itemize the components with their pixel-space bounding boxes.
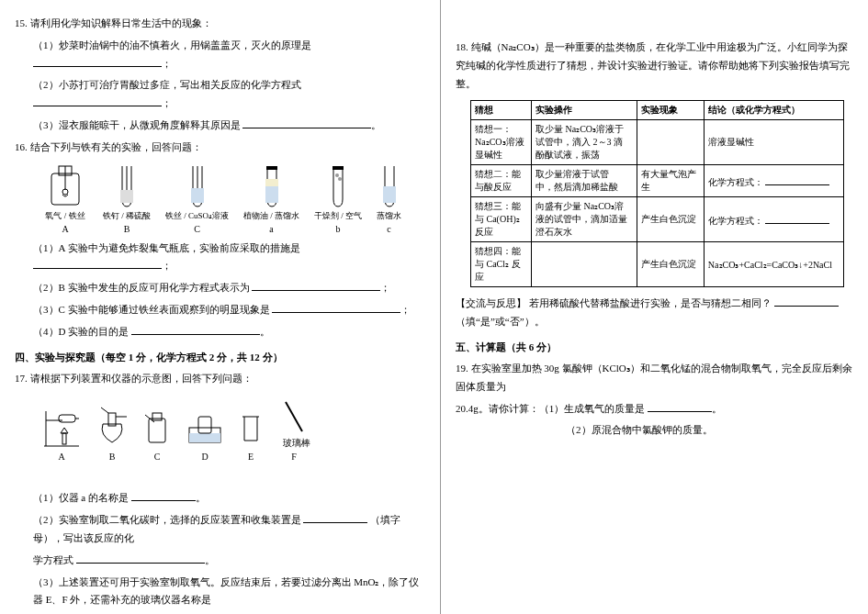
q15-stem: 15. 请利用化学知识解释日常生活中的现象：	[15, 15, 425, 33]
svg-rect-5	[120, 190, 133, 203]
table-row: 猜想四：能 与 CaCl₂ 反 应 产生白色沉淀 Na₂CO₃+CaCl₂=Ca…	[471, 242, 844, 287]
left-column: 15. 请利用化学知识解释日常生活中的现象： （1）炒菜时油锅中的油不慎着火，用…	[0, 0, 441, 614]
svg-point-13	[338, 177, 342, 181]
table-header-row: 猜想 实验操作 实验现象 结论（或化学方程式）	[471, 101, 844, 120]
q18-num: 18.	[456, 41, 468, 52]
test-tube-icon	[115, 162, 139, 210]
svg-rect-24	[149, 419, 165, 442]
cell-concl: Na₂CO₃+CaCl₂=CaCO₃↓+2NaCl	[704, 242, 843, 287]
gas-collect-icon	[143, 406, 171, 450]
section-5-heading: 五、计算题（共 6 分）	[456, 340, 853, 354]
apparatus-q17-C: C	[143, 406, 171, 462]
cell-guess: 猜想四：能 与 CaCl₂ 反 应	[471, 242, 532, 287]
cell-op: 取少量溶液于试管 中，然后滴加稀盐酸	[532, 165, 637, 197]
blank[interactable]	[648, 400, 712, 412]
cell-concl: 溶液显碱性	[704, 120, 843, 165]
blank[interactable]	[272, 301, 400, 313]
test-tube-icon	[378, 162, 401, 210]
water-collect-icon	[186, 406, 224, 450]
cell-ph: 产生白色沉淀	[637, 197, 705, 242]
svg-rect-25	[152, 413, 162, 420]
apparatus-q17-B: B	[96, 406, 129, 462]
cell-op: 向盛有少量 Na₂CO₃溶 液的试管中，滴加适量 澄石灰水	[532, 197, 637, 242]
q18-table: 猜想 实验操作 实验现象 结论（或化学方程式） 猜想一： Na₂CO₃溶液 显碱…	[470, 100, 844, 287]
q17-sub-2b: 学方程式 。	[15, 552, 425, 570]
q18-stem: 18. 纯碱（Na₂CO₃）是一种重要的盐类物质，在化学工业中用途极为广泛。小红…	[456, 39, 853, 93]
q17-num: 17.	[15, 373, 28, 384]
apparatus-q17-E: E	[239, 406, 263, 462]
cell-guess: 猜想二：能 与酸反应	[471, 165, 532, 197]
heating-apparatus-icon	[42, 406, 81, 450]
cell-ph[interactable]	[637, 120, 705, 165]
cell-guess: 猜想三：能 与 Ca(OH)₂ 反应	[471, 197, 532, 242]
cell-op[interactable]	[532, 242, 637, 287]
th-concl: 结论（或化学方程式）	[704, 101, 843, 120]
q17-sub-1: （1）仪器 a 的名称是 。	[15, 489, 425, 508]
th-op: 实验操作	[532, 101, 637, 120]
blank[interactable]	[131, 489, 196, 501]
blank[interactable]	[131, 323, 260, 335]
q15-item-1: （1）炒菜时油锅中的油不慎着火，用锅盖盖灭，灭火的原理是 ；	[15, 37, 425, 73]
flask-icon	[42, 162, 88, 210]
generator-icon	[96, 406, 129, 450]
q19-line3: （2）原混合物中氯酸钾的质量。	[456, 421, 853, 440]
th-guess: 猜想	[471, 101, 532, 120]
cell-ph: 有大量气泡产 生	[637, 165, 705, 197]
cell-concl[interactable]: 化学方程式：	[704, 197, 843, 242]
svg-rect-18	[59, 415, 75, 422]
cell-guess: 猜想一： Na₂CO₃溶液 显碱性	[471, 120, 532, 165]
test-tube-icon	[260, 162, 284, 210]
svg-rect-10	[265, 186, 278, 203]
reflect-label: 【交流与反思】	[456, 297, 526, 308]
q17-sub-3: （3）上述装置还可用于实验室制取氧气。反应结束后，若要过滤分离出 MnO₂，除了…	[15, 574, 425, 610]
q19-num: 19.	[456, 363, 468, 374]
test-tube-icon	[186, 162, 209, 210]
q19-stem: 19. 在实验室里加热 30g 氯酸钾（KClO₃）和二氧化锰的混合物制取氧气，…	[456, 360, 853, 396]
q18-reflect: 【交流与反思】 若用稀硫酸代替稀盐酸进行实验，是否与猜想二相同？ （填“是”或“…	[456, 295, 853, 331]
table-row: 猜想二：能 与酸反应 取少量溶液于试管 中，然后滴加稀盐酸 有大量气泡产 生 化…	[471, 165, 844, 197]
svg-rect-28	[189, 433, 220, 442]
svg-rect-8	[266, 166, 277, 170]
cell-concl[interactable]: 化学方程式：	[704, 165, 843, 197]
cell-ph: 产生白色沉淀	[637, 242, 705, 287]
svg-rect-20	[62, 433, 66, 444]
beaker-icon	[239, 406, 263, 450]
q15-item-2: （2）小苏打可治疗胃酸过多症，写出相关反应的化学方程式 ；	[15, 76, 425, 113]
blank[interactable]	[765, 173, 829, 185]
blank[interactable]	[765, 212, 829, 224]
apparatus-q17-F: 玻璃棒 F	[277, 393, 310, 462]
q16-sub-4: （4）D 实验的目的是 。	[15, 323, 425, 341]
blank[interactable]	[76, 552, 205, 564]
apparatus-a: 植物油 / 蒸馏水 a	[243, 162, 299, 234]
glass-rod-icon	[280, 393, 308, 437]
svg-point-12	[335, 173, 339, 177]
cell-op: 取少量 Na₂CO₃溶液于 试管中，滴入 2～3 滴 酚酞试液，振荡	[532, 120, 637, 165]
test-tube-icon	[326, 162, 350, 210]
apparatus-q17-A: A	[42, 406, 81, 462]
q16-stem: 16. 结合下列与铁有关的实验，回答问题：	[15, 139, 425, 157]
svg-line-22	[101, 407, 108, 413]
blank[interactable]	[303, 511, 367, 523]
blank[interactable]	[33, 257, 162, 269]
apparatus-B: 铁钉 / 稀硫酸 B	[103, 162, 151, 234]
apparatus-C: 铁丝 / CuSO₄溶液 C	[165, 162, 229, 234]
q17-diagram-set: A B C	[42, 393, 425, 462]
blank[interactable]	[252, 279, 380, 291]
blank[interactable]	[33, 55, 162, 67]
apparatus-b: 干燥剂 / 空气 b	[314, 162, 362, 234]
q19-line2: 20.4g。请你计算：（1）生成氧气的质量是 。	[456, 400, 853, 419]
blank[interactable]	[774, 295, 839, 307]
apparatus-A: 氧气 / 铁丝 A	[42, 162, 88, 234]
blank[interactable]	[242, 117, 371, 128]
apparatus-c: 蒸馏水 c	[377, 162, 401, 234]
svg-rect-14	[383, 186, 396, 203]
table-row: 猜想一： Na₂CO₃溶液 显碱性 取少量 Na₂CO₃溶液于 试管中，滴入 2…	[471, 120, 844, 165]
blank[interactable]	[33, 95, 162, 106]
q16-sub-2: （2）B 实验中发生的反应可用化学方程式表示为 ；	[15, 279, 425, 297]
th-ph: 实验现象	[637, 101, 705, 120]
q16-diagram-set: 氧气 / 铁丝 A 铁钉 / 稀硫酸 B 铁丝	[42, 162, 425, 234]
q16-sub-3: （3）C 实验中能够通过铁丝表面观察到的明显现象是 ；	[15, 301, 425, 319]
right-column: 18. 纯碱（Na₂CO₃）是一种重要的盐类物质，在化学工业中用途极为广泛。小红…	[441, 0, 868, 614]
svg-rect-29	[198, 417, 211, 433]
q15-item-3: （3）湿衣服能晾干，从微观角度解释其原因是 。	[15, 117, 425, 135]
